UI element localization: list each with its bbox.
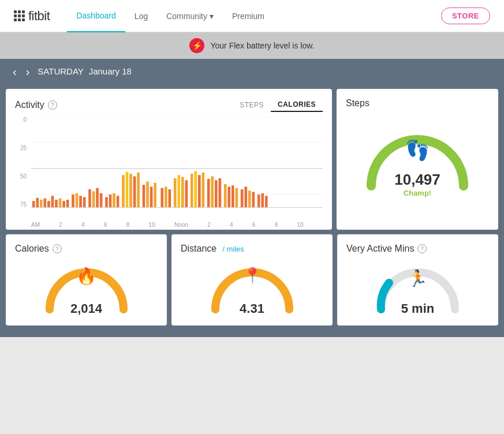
main-content: Activity ? STEPS CALORIES 75 50 25 0 bbox=[0, 84, 504, 337]
svg-rect-43 bbox=[191, 174, 193, 208]
vam-run-icon: 🏃 bbox=[408, 269, 428, 288]
calories-flame-icon: 🔥 bbox=[76, 267, 96, 286]
svg-rect-49 bbox=[215, 180, 218, 207]
store-button[interactable]: STORE bbox=[441, 8, 490, 24]
svg-rect-6 bbox=[36, 198, 39, 208]
tab-steps[interactable]: STEPS bbox=[233, 98, 271, 112]
svg-rect-5 bbox=[32, 201, 35, 207]
svg-rect-61 bbox=[265, 196, 268, 207]
prev-day-button[interactable]: ‹ bbox=[12, 66, 18, 77]
svg-rect-23 bbox=[105, 197, 108, 208]
distance-value: 4.31 bbox=[240, 301, 264, 316]
vam-help-icon[interactable]: ? bbox=[417, 244, 427, 253]
svg-rect-19 bbox=[88, 189, 91, 208]
svg-rect-14 bbox=[66, 200, 69, 208]
x-label-noon: Noon bbox=[174, 222, 188, 228]
svg-rect-56 bbox=[244, 187, 247, 208]
svg-rect-35 bbox=[154, 183, 156, 208]
chart-svg bbox=[31, 117, 323, 220]
top-nav: fitbit Dashboard Log Community ▾ Premium… bbox=[0, 0, 504, 32]
svg-rect-48 bbox=[211, 177, 214, 208]
x-label-2: 2 bbox=[59, 222, 62, 228]
distance-title: Distance / miles bbox=[181, 244, 244, 254]
svg-rect-26 bbox=[117, 196, 120, 207]
x-label-2pm: 2 bbox=[207, 222, 211, 228]
y-label-50: 50 bbox=[15, 173, 27, 179]
nav-dashboard[interactable]: Dashboard bbox=[67, 0, 125, 32]
svg-rect-58 bbox=[252, 192, 255, 208]
svg-rect-40 bbox=[177, 175, 180, 207]
chart-inner: AM 2 4 6 8 10 Noon 2 4 6 8 10 bbox=[31, 117, 323, 220]
chart-x-labels: AM 2 4 6 8 10 Noon 2 4 6 8 10 bbox=[31, 222, 323, 228]
vam-card: Very Active Mins ? 🏃 5 min bbox=[337, 234, 498, 326]
chart-y-labels: 75 50 25 0 bbox=[15, 117, 27, 220]
x-label-4pm: 4 bbox=[230, 222, 233, 228]
tab-calories[interactable]: CALORIES bbox=[271, 98, 323, 112]
calories-card: Calories ? 🔥 2,014 bbox=[6, 234, 167, 326]
y-label-0: 0 bbox=[15, 117, 27, 123]
svg-rect-54 bbox=[236, 188, 238, 208]
calories-gauge: 🔥 2,014 bbox=[40, 259, 133, 316]
activity-help-icon[interactable]: ? bbox=[48, 100, 57, 110]
distance-gauge: 📍 4.31 bbox=[206, 259, 298, 316]
svg-rect-59 bbox=[257, 194, 260, 208]
svg-rect-22 bbox=[100, 193, 103, 208]
vam-gauge: 🏃 5 min bbox=[372, 259, 464, 316]
svg-rect-9 bbox=[47, 201, 50, 207]
svg-rect-46 bbox=[202, 173, 205, 208]
svg-rect-20 bbox=[92, 191, 95, 207]
logo-text: fitbit bbox=[28, 9, 50, 24]
steps-card: Steps 👣 10,497 Champ! bbox=[337, 89, 498, 230]
dashboard-grid: Activity ? STEPS CALORIES 75 50 25 0 bbox=[6, 89, 498, 326]
svg-rect-24 bbox=[109, 194, 112, 208]
x-label-8: 8 bbox=[126, 222, 130, 228]
svg-rect-33 bbox=[146, 182, 149, 208]
activity-chart: 75 50 25 0 bbox=[15, 117, 323, 220]
next-day-button[interactable]: › bbox=[25, 66, 31, 77]
svg-rect-12 bbox=[59, 199, 62, 208]
svg-rect-25 bbox=[113, 193, 115, 208]
battery-alert-bar: ⚡ Your Flex battery level is low. bbox=[0, 32, 504, 59]
steps-gauge: 👣 10,497 Champ! bbox=[346, 122, 489, 197]
bottom-row: Calories ? 🔥 2,014 bbox=[6, 234, 498, 326]
svg-rect-37 bbox=[165, 187, 167, 208]
nav-log[interactable]: Log bbox=[125, 0, 157, 32]
nav-community[interactable]: Community ▾ bbox=[157, 0, 223, 32]
svg-rect-7 bbox=[40, 200, 43, 208]
activity-card-header: Activity ? STEPS CALORIES bbox=[15, 98, 323, 112]
activity-tabs: STEPS CALORIES bbox=[233, 98, 323, 112]
svg-rect-15 bbox=[72, 194, 74, 208]
activity-card: Activity ? STEPS CALORIES 75 50 25 0 bbox=[6, 89, 332, 230]
svg-rect-41 bbox=[181, 177, 184, 208]
y-label-25: 25 bbox=[15, 145, 27, 151]
vam-value: 5 min bbox=[401, 301, 434, 316]
svg-rect-30 bbox=[133, 177, 136, 208]
svg-rect-34 bbox=[150, 187, 153, 208]
calories-help-icon[interactable]: ? bbox=[53, 244, 62, 253]
svg-rect-28 bbox=[126, 172, 129, 208]
svg-rect-57 bbox=[248, 190, 251, 207]
svg-rect-16 bbox=[76, 193, 79, 208]
y-label-75: 75 bbox=[15, 201, 27, 208]
nav-premium[interactable]: Premium bbox=[223, 0, 274, 32]
steps-gauge-value: 10,497 Champ! bbox=[394, 171, 440, 197]
x-label-4: 4 bbox=[81, 222, 85, 228]
svg-rect-31 bbox=[137, 173, 140, 208]
svg-rect-17 bbox=[79, 196, 82, 207]
svg-rect-8 bbox=[44, 199, 47, 208]
distance-card: Distance / miles 📍 4.31 bbox=[171, 234, 333, 326]
svg-rect-11 bbox=[55, 200, 58, 208]
svg-rect-50 bbox=[219, 178, 222, 208]
svg-rect-13 bbox=[62, 201, 65, 207]
battery-alert-text: Your Flex battery level is low. bbox=[210, 41, 314, 50]
vam-title: Very Active Mins ? bbox=[346, 244, 427, 254]
svg-rect-18 bbox=[83, 197, 86, 208]
svg-rect-32 bbox=[143, 185, 145, 207]
battery-icon: ⚡ bbox=[189, 38, 204, 53]
svg-rect-53 bbox=[232, 185, 234, 207]
x-label-6pm: 6 bbox=[252, 222, 256, 228]
x-label-10: 10 bbox=[149, 222, 155, 228]
distance-pin-icon: 📍 bbox=[243, 267, 262, 285]
svg-rect-51 bbox=[224, 184, 227, 208]
activity-title: Activity ? bbox=[15, 100, 57, 110]
